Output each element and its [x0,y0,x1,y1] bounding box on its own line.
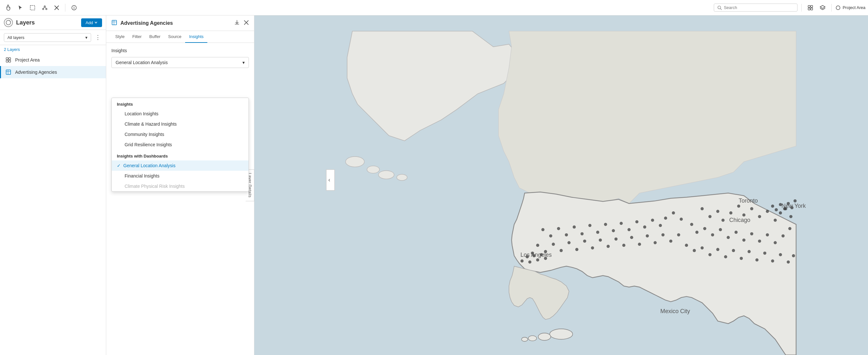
agency-dot [774,241,777,244]
layers-button[interactable] [818,3,828,12]
network-icon [42,5,48,11]
agency-dot [742,238,746,242]
dropdown-item-financial[interactable]: Financial Insights [112,171,249,181]
grid-icon [5,57,11,63]
map-area[interactable]: Toronto Chicago New York Los Angeles Mex… [254,16,868,355]
agency-dot [789,215,793,218]
agency-dot [794,199,797,203]
toolbar-left: i [3,3,714,13]
svg-line-4 [43,7,45,8]
rect-select-button[interactable] [28,3,37,12]
insights-dropdown-menu: Insights Location Insights Climate & Haz… [112,98,249,192]
agency-dot [763,252,767,255]
pan-tool-button[interactable] [3,3,13,13]
svg-point-16 [836,6,840,10]
agency-dot [703,227,706,230]
agency-dot [693,249,696,252]
agency-dot [536,258,539,262]
dropdown-item-grid-resilience[interactable]: Grid Resilience Insights [112,140,249,150]
agency-dot [549,234,553,237]
filter-chevron: ▾ [85,35,88,40]
panel-content: Insights General Location Analysis ▾ Ins… [106,43,254,355]
agency-dot [620,222,623,225]
section-title-insights: Insights [112,98,249,109]
agency-dot [575,248,579,251]
agency-dot [792,254,795,257]
hand-icon [4,4,11,11]
tab-buffer[interactable]: Buffer [146,31,164,43]
agency-dot [774,219,777,222]
dropdown-item-climate-hazard[interactable]: Climate & Hazard Insights [112,119,249,129]
select-tool-button[interactable] [16,3,25,12]
insights-label: Insights [112,48,249,53]
app-container: i [0,0,868,355]
agency-dot [536,244,539,247]
agency-dot [565,233,568,236]
svg-rect-22 [6,70,11,75]
agency-dot [787,261,790,264]
agency-dot [734,231,738,234]
agency-dot [596,231,599,234]
panel-tabs: Style Filter Buffer Source Insights [106,31,254,43]
all-layers-dropdown[interactable]: All layers ▾ [4,33,91,42]
expand-icon [807,5,813,11]
agency-dot [716,248,720,251]
add-button[interactable]: Add [81,18,102,27]
project-area-layer-icon [5,56,12,63]
dropdown-item-general-location[interactable]: ✓ General Location Analysis [112,160,249,171]
agency-dot [643,226,647,229]
project-area-icon [835,5,841,10]
panel: Advertising Agencies [106,16,254,355]
tab-insights[interactable]: Insights [185,31,207,43]
chicago-label: Chicago [729,217,750,223]
more-options-button[interactable]: ⋮ [94,33,102,42]
dropdown-selected-label: General Location Analysis [116,60,168,65]
aleutian-3 [378,171,394,179]
agency-dot [771,259,774,263]
panel-close-button[interactable] [244,20,249,26]
agency-dot [599,238,602,242]
project-area-button[interactable]: Project Area [835,5,865,10]
agency-dot [742,214,746,217]
svg-rect-0 [30,5,35,10]
svg-line-11 [720,8,722,10]
agency-dot [669,240,673,243]
top-toolbar: i [0,0,868,16]
insights-dropdown-button[interactable]: General Location Analysis ▾ [112,57,249,68]
agency-dot [591,246,594,250]
dropdown-item-location-insights[interactable]: Location Insights [112,109,249,119]
separator-1 [65,4,65,11]
search-input[interactable] [724,5,794,10]
expand-button[interactable] [806,3,815,12]
aleutian-4 [397,174,407,180]
panel-header: Advertising Agencies [106,16,254,31]
agency-dot [557,227,560,230]
layer-item-project-area[interactable]: Project Area [0,54,106,66]
dropdown-item-community[interactable]: Community Insights [112,129,249,140]
agency-dot [680,218,683,221]
tab-style[interactable]: Style [112,31,128,43]
network-tool-button[interactable] [40,3,50,12]
svg-rect-19 [9,58,11,60]
agency-dot [651,219,654,222]
agency-dot [552,243,555,246]
layer-item-advertising-agencies[interactable]: Advertising Agencies [0,66,106,78]
download-button[interactable] [234,20,240,27]
svg-rect-12 [808,5,810,7]
close-icon [54,5,59,10]
agency-dot [708,215,712,218]
svg-point-1 [44,6,45,7]
rect-select-icon [30,5,35,11]
agency-dot [716,210,720,213]
close-tool-button[interactable] [52,3,61,12]
agency-dot [654,241,657,244]
tab-source[interactable]: Source [164,31,185,43]
agency-dot [750,232,753,235]
agency-dot [672,211,675,214]
hawaii-4 [522,337,528,342]
tab-filter[interactable]: Filter [128,31,146,43]
agency-dot [622,244,626,247]
agency-dot [573,226,576,229]
info-button[interactable]: i [69,3,79,12]
agency-dot [627,228,631,231]
